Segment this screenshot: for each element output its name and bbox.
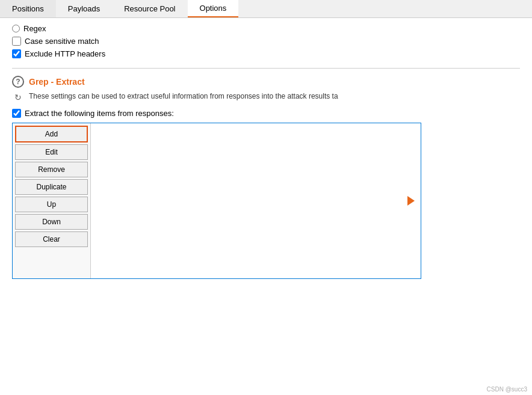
- arrow-indicator: [407, 196, 415, 206]
- regex-radio[interactable]: [12, 25, 20, 32]
- section-divider: [12, 68, 520, 69]
- remove-button[interactable]: Remove: [15, 162, 88, 177]
- tab-payloads[interactable]: Payloads: [56, 0, 112, 17]
- regex-label: Regex: [23, 24, 46, 33]
- exclude-http-checkbox[interactable]: [12, 49, 21, 58]
- tab-resource-pool[interactable]: Resource Pool: [112, 0, 187, 17]
- case-sensitive-checkbox[interactable]: [12, 37, 21, 46]
- exclude-http-label: Exclude HTTP headers: [25, 49, 105, 58]
- duplicate-button[interactable]: Duplicate: [15, 179, 88, 195]
- clear-button[interactable]: Clear: [15, 231, 88, 247]
- case-sensitive-label: Case sensitive match: [25, 37, 99, 46]
- grep-extract-header: ? Grep - Extract: [12, 76, 520, 88]
- refresh-icon: ↻: [12, 91, 24, 103]
- tab-positions[interactable]: Positions: [0, 0, 56, 17]
- grep-extract-area: Add Edit Remove Duplicate Up Down Clear: [12, 123, 421, 279]
- extract-checkbox[interactable]: [12, 109, 21, 118]
- edit-button[interactable]: Edit: [15, 144, 88, 160]
- button-column: Add Edit Remove Duplicate Up Down Clear: [13, 123, 91, 278]
- watermark: CSDN @succ3: [487, 386, 527, 393]
- description-row: ↻ These settings can be used to extract …: [12, 91, 520, 106]
- help-icon: ?: [12, 76, 24, 88]
- grep-extract-description: These settings can be used to extract us…: [29, 91, 338, 102]
- extract-label: Extract the following items from respons…: [25, 109, 174, 118]
- add-button[interactable]: Add: [15, 126, 88, 142]
- tab-options[interactable]: Options: [188, 0, 239, 17]
- extract-list-area: [91, 123, 421, 278]
- grep-extract-title: Grep - Extract: [29, 77, 85, 87]
- down-button[interactable]: Down: [15, 214, 88, 230]
- up-button[interactable]: Up: [15, 197, 88, 212]
- tab-bar: Positions Payloads Resource Pool Options: [0, 0, 532, 18]
